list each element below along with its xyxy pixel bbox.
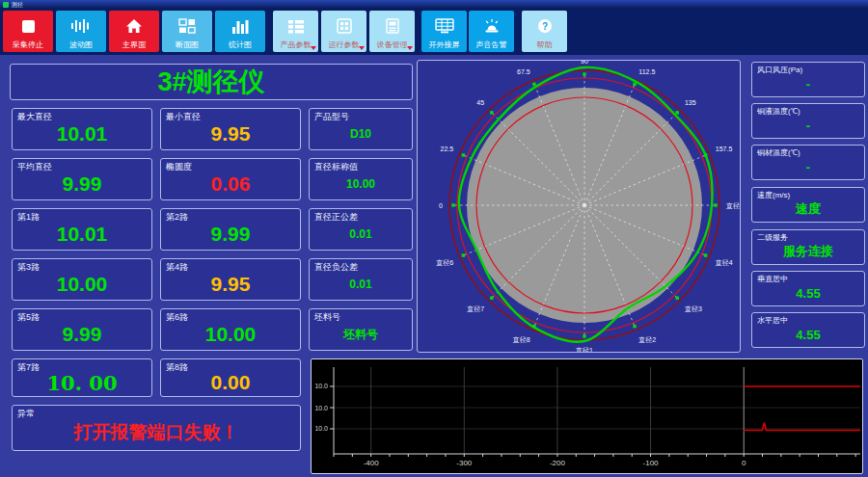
svg-text:直径7: 直径7: [467, 305, 484, 313]
help-button[interactable]: ? 帮助: [522, 11, 567, 52]
cell-channel-2: 第2路9.99: [160, 208, 301, 251]
svg-text:112.5: 112.5: [638, 68, 655, 75]
svg-text:0: 0: [439, 202, 443, 209]
trend-chart: -400-300-200-100010.010.010.0: [312, 359, 862, 473]
cell-channel-3: 第3路10.00: [12, 258, 152, 301]
stop-icon: [3, 15, 53, 37]
svg-text:0: 0: [742, 459, 746, 467]
external-screen-button[interactable]: 开外接屏: [421, 11, 467, 52]
sound-alarm-button[interactable]: 声音告警: [469, 11, 514, 52]
svg-text:-400: -400: [364, 459, 380, 467]
cell-channel-6: 第6路10.00: [160, 308, 301, 351]
svg-text:10.0: 10.0: [314, 425, 328, 432]
svg-text:135: 135: [685, 99, 696, 106]
trend-chart-panel: -400-300-200-100010.010.010.0: [311, 358, 863, 474]
svg-text:直径5: 直径5: [726, 202, 740, 210]
run-params-button[interactable]: 运行参数: [321, 11, 366, 52]
svg-text:22.5: 22.5: [441, 146, 454, 152]
product-params-icon: [273, 15, 318, 37]
cell-nominal-diameter: 直径标称值10.00: [309, 158, 413, 200]
svg-text:?: ?: [541, 21, 547, 32]
window-title: 测径: [12, 2, 23, 8]
abnormal-panel: 异常打开报警端口失败！: [12, 405, 301, 451]
svg-text:-100: -100: [643, 459, 660, 467]
panel-horizontal-center: 水平居中4.55: [751, 312, 865, 348]
stop-capture-button[interactable]: 采集停止: [3, 11, 53, 52]
cell-minus-tolerance: 直径负公差0.01: [309, 258, 413, 301]
cell-channel-7: 第7路10. 00: [12, 358, 152, 397]
panel-vertical-center: 垂直居中4.55: [751, 271, 865, 306]
dropdown-arrow-icon: [359, 46, 365, 50]
svg-text:-300: -300: [456, 459, 473, 467]
cell-avg-diameter: 平均直径9.99: [12, 158, 152, 200]
cell-max-diameter: 最大直径10.01: [12, 108, 152, 150]
panel-level2-service: 二级服务服务连接: [751, 229, 865, 265]
svg-text:10.0: 10.0: [314, 383, 328, 389]
main-screen-button[interactable]: 主界面: [109, 11, 159, 52]
svg-text:10.0: 10.0: [314, 405, 328, 411]
run-params-icon: [321, 15, 366, 37]
statistics-chart-button[interactable]: 统计图: [215, 11, 265, 52]
svg-text:45: 45: [476, 99, 484, 106]
panel-speed: 速度(m/s)速度: [751, 187, 865, 223]
help-icon: ?: [522, 15, 567, 37]
gauge-title: 3#测径仪: [10, 64, 413, 100]
svg-text:直径3: 直径3: [685, 305, 702, 313]
cell-min-diameter: 最小直径9.95: [160, 108, 301, 150]
cross-section-chart: 9067.54522.50直径6直径7直径8直径1直径2直径3直径4直径5157…: [418, 61, 740, 352]
alarm-icon: [469, 15, 514, 37]
device-icon: [369, 15, 415, 37]
dropdown-arrow-icon: [407, 46, 413, 50]
product-params-button[interactable]: 产品参数: [273, 11, 318, 52]
svg-text:直径2: 直径2: [638, 336, 656, 344]
wave-chart-button[interactable]: 波动图: [56, 11, 106, 52]
cell-channel-5: 第5路9.99: [12, 308, 152, 351]
screen-icon: [421, 15, 467, 37]
app-icon: [3, 2, 9, 8]
svg-text:67.5: 67.5: [517, 68, 530, 75]
cell-billet-no: 坯料号坯料号: [309, 308, 413, 351]
cell-channel-4: 第4路9.95: [160, 258, 301, 301]
cell-product-model: 产品型号D10: [309, 108, 413, 150]
panel-melt-temperature: 铜液温度(℃)-: [751, 103, 865, 139]
svg-text:157.5: 157.5: [716, 146, 733, 152]
svg-text:-200: -200: [550, 459, 566, 467]
dropdown-arrow-icon: [311, 46, 316, 50]
svg-text:直径1: 直径1: [576, 347, 593, 352]
svg-text:直径4: 直径4: [716, 259, 733, 267]
cell-plus-tolerance: 直径正公差0.01: [309, 208, 413, 251]
svg-text:直径8: 直径8: [513, 336, 530, 344]
title-bar: 测径: [0, 0, 868, 9]
cell-channel-1: 第1路10.01: [12, 208, 152, 251]
cell-ovality: 椭圆度0.06: [160, 158, 301, 200]
svg-text:直径6: 直径6: [436, 259, 453, 267]
cell-channel-8: 第8路0.00: [160, 358, 301, 397]
section-chart-button[interactable]: 断面图: [162, 11, 212, 52]
panel-material-temperature: 铜材温度(℃)-: [751, 145, 865, 180]
toolbar: 采集停止 波动图 主界面 断面图 统计图 产品参数 运行参数: [0, 9, 868, 55]
home-icon: [109, 15, 159, 37]
stats-icon: [215, 15, 265, 37]
panel-tuyere-pressure: 风口风压(Pa)-: [751, 62, 865, 97]
section-icon: [162, 15, 212, 37]
device-manage-button[interactable]: 设备管理: [369, 11, 415, 52]
cross-section-chart-panel: 9067.54522.50直径6直径7直径8直径1直径2直径3直径4直径5157…: [417, 60, 741, 353]
svg-text:90: 90: [581, 61, 588, 65]
waveform-icon: [56, 15, 106, 37]
